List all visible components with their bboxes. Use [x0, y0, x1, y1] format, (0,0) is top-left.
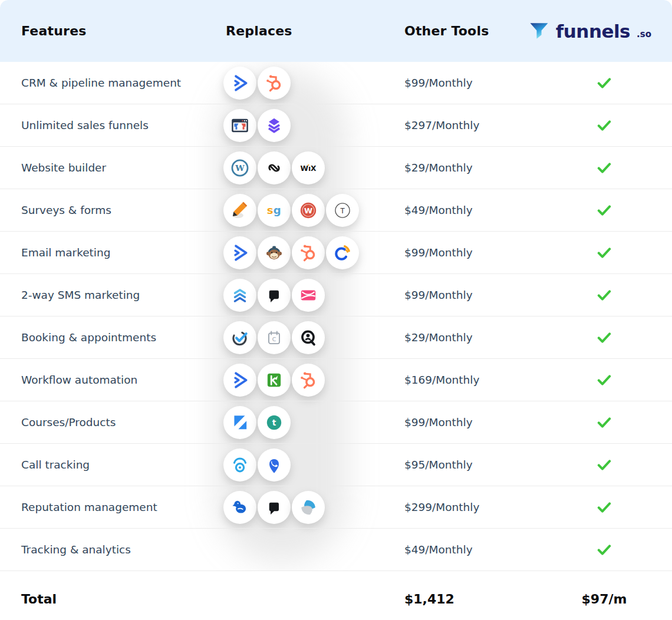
- podium-icon: [258, 491, 291, 524]
- price-label: $297/Monthly: [383, 119, 560, 131]
- price-label: $169/Monthly: [383, 374, 560, 386]
- replaces-icons: [206, 236, 383, 269]
- feature-label: Booking & appointments: [0, 331, 206, 344]
- col-header-features: Features: [0, 24, 206, 38]
- replaces-icons: [206, 364, 383, 397]
- table-row: Workflow automation $169/Monthly: [0, 358, 672, 401]
- funnel-icon: [528, 20, 550, 42]
- feature-label: Workflow automation: [0, 374, 206, 386]
- replaces-icons: [206, 67, 383, 100]
- price-label: $49/Monthly: [383, 204, 560, 216]
- total-funnels-price: $97/m: [582, 592, 627, 606]
- podium-icon: [258, 279, 291, 312]
- feature-label: Reputation management: [0, 501, 206, 513]
- table-row: Reputation management $299/Monthly: [0, 486, 672, 528]
- feature-label: Call tracking: [0, 459, 206, 471]
- hubspot-icon: [292, 364, 325, 397]
- feature-label: CRM & pipeline management: [0, 77, 206, 89]
- typeform-icon: [326, 194, 359, 227]
- replaces-icons: [206, 194, 383, 227]
- setmore-check-icon: [223, 321, 256, 354]
- col-header-replaces: Replaces: [206, 24, 383, 38]
- check-icon: [596, 160, 612, 176]
- wufoo-icon: [292, 194, 325, 227]
- table-row: 2-way SMS marketing $99/Monthly: [0, 273, 672, 316]
- replaces-icons: [206, 109, 383, 142]
- price-label: $99/Monthly: [383, 289, 560, 301]
- check-icon: [596, 457, 612, 473]
- table-row: Tracking & analytics $49/Monthly: [0, 528, 672, 570]
- activecampaign-icon: [223, 67, 256, 100]
- price-label: $99/Monthly: [383, 416, 560, 428]
- table-row: Unlimited sales funnels $297/Monthly: [0, 104, 672, 146]
- brand-name: funnels: [556, 21, 630, 42]
- table-row: Courses/Products $99/Monthly: [0, 401, 672, 443]
- envelope-sms-icon: [292, 279, 325, 312]
- feature-label: Tracking & analytics: [0, 543, 206, 556]
- wix-icon: [292, 151, 325, 184]
- pencil-form-icon: [223, 194, 256, 227]
- feature-label: Courses/Products: [0, 416, 206, 428]
- total-label: Total: [0, 592, 206, 606]
- total-other-tools: $1,412: [383, 592, 560, 606]
- replaces-icons: [206, 448, 383, 482]
- price-label: $29/Monthly: [383, 331, 560, 344]
- table-row: Surveys & forms $49/Monthly: [0, 189, 672, 231]
- surveygizmo-icon: [258, 194, 291, 227]
- pin-phone-icon: [258, 448, 291, 482]
- hubspot-icon: [258, 67, 291, 100]
- callrail-icon: [223, 448, 256, 482]
- price-label: $99/Monthly: [383, 246, 560, 259]
- table-header: Features Replaces Other Tools funnels.so: [0, 0, 672, 62]
- feature-label: Surveys & forms: [0, 204, 206, 216]
- price-label: $29/Monthly: [383, 161, 560, 174]
- price-label: $99/Monthly: [383, 77, 560, 89]
- table-row: CRM & pipeline management $99/Monthly: [0, 62, 672, 104]
- check-icon: [596, 329, 612, 346]
- kajabi-icon: [223, 406, 256, 439]
- feature-label: Website builder: [0, 161, 206, 174]
- check-icon: [596, 75, 612, 91]
- table-row: Booking & appointments $29/Monthly: [0, 316, 672, 358]
- feature-label: Email marketing: [0, 246, 206, 259]
- check-icon: [596, 202, 612, 219]
- brand-logo: funnels.so: [528, 20, 651, 42]
- wordpress-icon: [223, 151, 256, 184]
- price-label: $299/Monthly: [383, 501, 560, 513]
- calendar-icon: [258, 321, 291, 354]
- chevrons-sms-icon: [223, 279, 256, 312]
- price-label: $95/Monthly: [383, 459, 560, 471]
- replaces-icons: [206, 321, 383, 354]
- squarespace-icon: [258, 151, 291, 184]
- table-row: Website builder $29/Monthly: [0, 146, 672, 189]
- brand-tld: .so: [637, 29, 651, 39]
- check-icon: [596, 117, 612, 134]
- birdeye-icon: [223, 491, 256, 524]
- replaces-icons: [206, 151, 383, 184]
- acuity-icon: [292, 321, 325, 354]
- check-icon: [596, 245, 612, 261]
- activecampaign-icon: [223, 364, 256, 397]
- feature-label: Unlimited sales funnels: [0, 119, 206, 131]
- pricing-comparison-table: Features Replaces Other Tools funnels.so…: [0, 0, 672, 620]
- total-row: Total $1,412 $97/m: [0, 570, 672, 620]
- table-row: Call tracking $95/Monthly: [0, 443, 672, 486]
- replaces-icons: [206, 279, 383, 312]
- replaces-icons: [206, 491, 383, 524]
- mailchimp-icon: [258, 236, 291, 269]
- reputation-swirl-icon: [292, 491, 325, 524]
- price-label: $49/Monthly: [383, 543, 560, 556]
- check-icon: [596, 414, 612, 431]
- check-icon: [596, 499, 612, 516]
- check-icon: [596, 372, 612, 388]
- table-row: Email marketing $99/Monthly: [0, 231, 672, 273]
- check-icon: [596, 542, 612, 558]
- replaces-icons: [206, 406, 383, 439]
- constant-contact-icon: [326, 236, 359, 269]
- feature-label: 2-way SMS marketing: [0, 289, 206, 301]
- leadpages-icon: [258, 109, 291, 142]
- check-icon: [596, 287, 612, 304]
- hubspot-icon: [292, 236, 325, 269]
- activecampaign-icon: [223, 236, 256, 269]
- clickfunnels-icon: [223, 109, 256, 142]
